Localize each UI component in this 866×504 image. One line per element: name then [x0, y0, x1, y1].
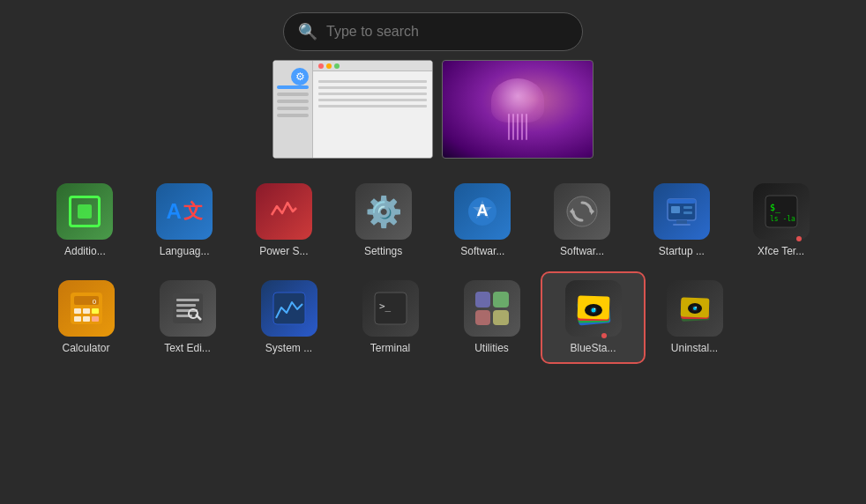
software-center-icon: A: [466, 195, 499, 228]
bluestacks-dot: [601, 333, 607, 338]
app-label-powers: Power S...: [259, 245, 308, 257]
text-editor-icon: [169, 290, 206, 327]
app-item-text-editor[interactable]: Text Edi...: [137, 273, 238, 361]
thumbnails-row: ⚙: [0, 60, 866, 159]
svg-rect-21: [74, 316, 81, 322]
search-container: 🔍: [0, 0, 866, 51]
app-item-terminal[interactable]: >_ Terminal: [340, 273, 441, 361]
svg-rect-10: [683, 206, 692, 209]
app-label-text-editor: Text Edi...: [164, 342, 211, 354]
app-icon-calculator: 0: [58, 280, 115, 337]
app-item-settings[interactable]: ⚙️ Settings: [333, 176, 433, 264]
gear-icon: ⚙️: [365, 194, 402, 229]
app-label-system-monitor: System ...: [265, 342, 312, 354]
app-label-additio: Additio...: [64, 245, 106, 257]
app-item-bluestacks[interactable]: BlueSta...: [542, 273, 644, 361]
wallpaper-thumbnail[interactable]: [442, 60, 594, 159]
app-item-utilities[interactable]: Utilities: [441, 273, 542, 361]
app-icon-terminal: >_: [362, 280, 419, 337]
svg-rect-19: [83, 308, 90, 314]
svg-rect-8: [673, 224, 691, 226]
app-icon-uninstall: [667, 280, 723, 337]
app-label-uninstall: Uninstal...: [671, 342, 718, 354]
svg-rect-25: [176, 299, 199, 301]
app-item-calculator[interactable]: 0 Calculator: [35, 273, 137, 361]
svg-rect-26: [176, 304, 196, 307]
app-item-language[interactable]: A 文 Languag...: [135, 176, 235, 264]
search-input[interactable]: [326, 24, 568, 40]
app-icon-bluestacks: [565, 280, 622, 337]
cpu-chip-icon: [69, 196, 101, 227]
calculator-icon: 0: [68, 290, 105, 327]
app-label-startup: Startup ...: [659, 245, 705, 257]
jellyfish-tentacles: [508, 114, 527, 140]
lang-zh-icon: 文: [183, 198, 203, 225]
utilities-grid-icon: [475, 292, 509, 325]
svg-rect-20: [92, 308, 99, 314]
svg-point-41: [594, 308, 595, 310]
app-icon-startup: [653, 183, 710, 240]
software-update-icon: [564, 194, 600, 229]
terminal-dot: [796, 236, 802, 241]
app-icon-powers: [256, 183, 312, 240]
app-label-utilities: Utilities: [474, 342, 509, 354]
svg-rect-11: [683, 211, 692, 214]
app-icon-language: A 文: [156, 183, 213, 240]
file-manager-icon: ⚙: [291, 68, 309, 85]
startup-icon: [664, 194, 699, 229]
app-icon-software-update: [554, 183, 610, 240]
app-label-terminal: Terminal: [370, 342, 410, 354]
xfce-terminal-icon: $_ ls -la: [763, 193, 800, 230]
terminal-icon: >_: [372, 290, 409, 327]
app-icon-text-editor: [160, 280, 216, 337]
app-item-system-monitor[interactable]: System ...: [238, 273, 340, 361]
svg-text:0: 0: [92, 298, 96, 306]
app-item-software-update[interactable]: Softwar...: [533, 176, 632, 264]
svg-rect-22: [83, 316, 90, 322]
svg-text:$_: $_: [770, 203, 781, 213]
svg-rect-7: [676, 220, 687, 224]
svg-rect-6: [668, 199, 696, 204]
search-icon: 🔍: [298, 22, 317, 41]
bluestacks-icon: [571, 285, 616, 331]
search-bar: 🔍: [283, 12, 583, 51]
svg-rect-24: [173, 293, 203, 323]
app-label-xfce-terminal: Xfce Ter...: [758, 245, 804, 257]
app-item-uninstall[interactable]: Uninstal...: [644, 273, 745, 361]
app-label-software-update: Softwar...: [560, 245, 604, 257]
file-manager-thumbnail[interactable]: ⚙: [272, 60, 433, 159]
app-icon-xfce-terminal: $_ ls -la: [753, 183, 810, 240]
app-icon-settings: ⚙️: [355, 183, 412, 240]
app-label-settings: Settings: [364, 245, 402, 257]
svg-rect-23: [92, 316, 99, 322]
svg-point-48: [695, 307, 696, 308]
svg-text:>_: >_: [379, 300, 392, 312]
app-row-1: Additio... A 文 Languag... Power S...: [35, 176, 831, 264]
app-icon-system-monitor: [261, 280, 317, 337]
uninstall-icon: [674, 287, 716, 330]
app-row-2: 0 Calculator: [35, 273, 831, 361]
app-label-bluestacks: BlueSta...: [570, 342, 616, 354]
app-label-calculator: Calculator: [62, 342, 109, 354]
app-item-startup[interactable]: Startup ...: [632, 176, 732, 264]
app-icon-utilities: [464, 280, 520, 337]
app-item-xfce-terminal[interactable]: $_ ls -la Xfce Ter...: [731, 176, 831, 264]
power-stats-icon: [268, 196, 300, 227]
app-label-language: Languag...: [160, 245, 210, 257]
app-icon-software-center: A: [454, 183, 511, 240]
app-label-software-center: Softwar...: [460, 245, 504, 257]
svg-text:ls -la: ls -la: [770, 215, 795, 223]
app-item-additio[interactable]: Additio...: [35, 176, 135, 264]
lang-a-icon: A: [166, 199, 181, 224]
app-icon-additio: [56, 183, 113, 240]
apps-section: Additio... A 文 Languag... Power S...: [0, 176, 866, 362]
svg-rect-9: [671, 206, 680, 213]
system-monitor-icon: [271, 290, 308, 327]
language-icon-wrap: A 文: [166, 198, 202, 225]
svg-rect-18: [74, 308, 81, 314]
app-item-powers[interactable]: Power S...: [235, 176, 334, 264]
app-item-software-center[interactable]: A Softwar...: [433, 176, 533, 264]
